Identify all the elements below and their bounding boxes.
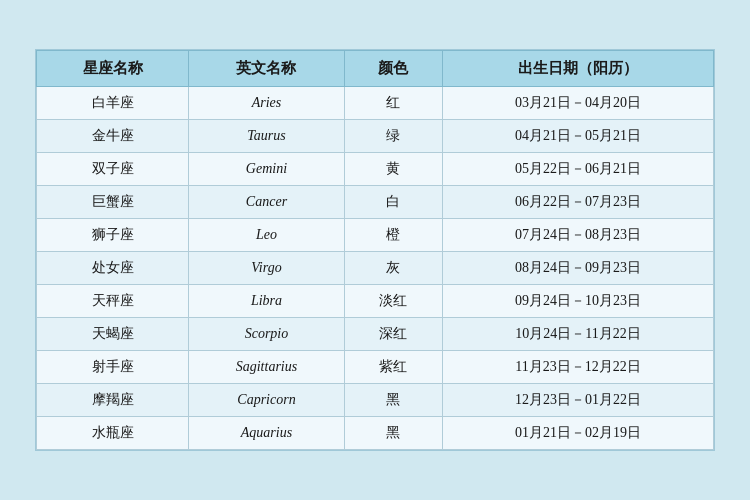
cell-chinese-name: 天秤座 — [37, 285, 189, 318]
cell-english-name: Cancer — [189, 186, 344, 219]
cell-english-name: Aquarius — [189, 417, 344, 450]
cell-dates: 07月24日－08月23日 — [443, 219, 714, 252]
header-color: 颜色 — [344, 51, 443, 87]
cell-english-name: Sagittarius — [189, 351, 344, 384]
cell-english-name: Leo — [189, 219, 344, 252]
cell-chinese-name: 处女座 — [37, 252, 189, 285]
cell-color: 白 — [344, 186, 443, 219]
table-row: 处女座Virgo灰08月24日－09月23日 — [37, 252, 714, 285]
cell-color: 橙 — [344, 219, 443, 252]
cell-color: 绿 — [344, 120, 443, 153]
table-row: 天秤座Libra淡红09月24日－10月23日 — [37, 285, 714, 318]
table-row: 双子座Gemini黄05月22日－06月21日 — [37, 153, 714, 186]
table-row: 天蝎座Scorpio深红10月24日－11月22日 — [37, 318, 714, 351]
cell-chinese-name: 双子座 — [37, 153, 189, 186]
cell-color: 黄 — [344, 153, 443, 186]
cell-chinese-name: 白羊座 — [37, 87, 189, 120]
cell-color: 淡红 — [344, 285, 443, 318]
cell-color: 红 — [344, 87, 443, 120]
table-row: 水瓶座Aquarius黑01月21日－02月19日 — [37, 417, 714, 450]
cell-dates: 11月23日－12月22日 — [443, 351, 714, 384]
header-dates: 出生日期（阳历） — [443, 51, 714, 87]
table-row: 狮子座Leo橙07月24日－08月23日 — [37, 219, 714, 252]
table-row: 巨蟹座Cancer白06月22日－07月23日 — [37, 186, 714, 219]
cell-dates: 04月21日－05月21日 — [443, 120, 714, 153]
table-row: 射手座Sagittarius紫红11月23日－12月22日 — [37, 351, 714, 384]
cell-chinese-name: 金牛座 — [37, 120, 189, 153]
cell-dates: 10月24日－11月22日 — [443, 318, 714, 351]
header-chinese-name: 星座名称 — [37, 51, 189, 87]
cell-english-name: Virgo — [189, 252, 344, 285]
cell-english-name: Scorpio — [189, 318, 344, 351]
cell-chinese-name: 狮子座 — [37, 219, 189, 252]
cell-dates: 12月23日－01月22日 — [443, 384, 714, 417]
header-english-name: 英文名称 — [189, 51, 344, 87]
cell-dates: 05月22日－06月21日 — [443, 153, 714, 186]
cell-english-name: Libra — [189, 285, 344, 318]
cell-english-name: Taurus — [189, 120, 344, 153]
cell-color: 灰 — [344, 252, 443, 285]
zodiac-table-container: 星座名称 英文名称 颜色 出生日期（阳历） 白羊座Aries红03月21日－04… — [35, 49, 715, 451]
table-header-row: 星座名称 英文名称 颜色 出生日期（阳历） — [37, 51, 714, 87]
cell-chinese-name: 天蝎座 — [37, 318, 189, 351]
cell-dates: 06月22日－07月23日 — [443, 186, 714, 219]
cell-chinese-name: 水瓶座 — [37, 417, 189, 450]
cell-english-name: Gemini — [189, 153, 344, 186]
table-row: 白羊座Aries红03月21日－04月20日 — [37, 87, 714, 120]
table-row: 金牛座Taurus绿04月21日－05月21日 — [37, 120, 714, 153]
table-row: 摩羯座Capricorn黑12月23日－01月22日 — [37, 384, 714, 417]
table-body: 白羊座Aries红03月21日－04月20日金牛座Taurus绿04月21日－0… — [37, 87, 714, 450]
cell-dates: 08月24日－09月23日 — [443, 252, 714, 285]
cell-dates: 03月21日－04月20日 — [443, 87, 714, 120]
zodiac-table: 星座名称 英文名称 颜色 出生日期（阳历） 白羊座Aries红03月21日－04… — [36, 50, 714, 450]
cell-chinese-name: 射手座 — [37, 351, 189, 384]
cell-english-name: Capricorn — [189, 384, 344, 417]
cell-color: 黑 — [344, 417, 443, 450]
cell-chinese-name: 巨蟹座 — [37, 186, 189, 219]
cell-chinese-name: 摩羯座 — [37, 384, 189, 417]
cell-color: 黑 — [344, 384, 443, 417]
cell-english-name: Aries — [189, 87, 344, 120]
cell-color: 紫红 — [344, 351, 443, 384]
cell-dates: 09月24日－10月23日 — [443, 285, 714, 318]
cell-color: 深红 — [344, 318, 443, 351]
cell-dates: 01月21日－02月19日 — [443, 417, 714, 450]
